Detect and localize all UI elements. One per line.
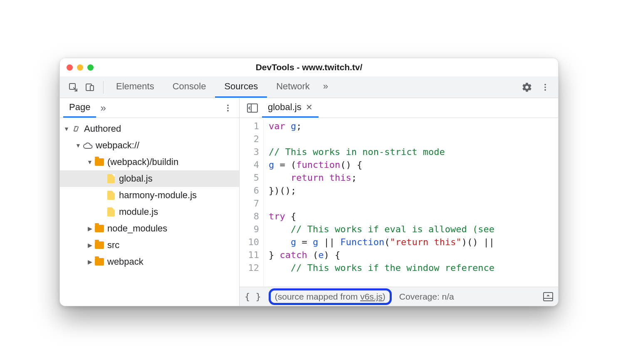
chevron-right-icon[interactable]: ▶ [87, 258, 93, 265]
navigator-tabs-overflow[interactable]: » [100, 102, 106, 114]
tree-file[interactable]: module.js [60, 204, 239, 220]
close-tab-icon[interactable]: ✕ [306, 102, 313, 112]
tree-folder[interactable]: ▶node_modules [60, 220, 239, 237]
tree-label: webpack [107, 256, 143, 267]
svg-point-7 [227, 107, 229, 109]
main-tab-sources[interactable]: Sources [215, 76, 267, 98]
navigator-tabs: Page » [60, 98, 239, 118]
pretty-print-icon[interactable]: { } [245, 291, 261, 302]
file-icon [106, 207, 116, 216]
code-icon [71, 124, 82, 133]
line-gutter: 123456789101112 [240, 118, 264, 287]
coverage-label: Coverage: n/a [399, 292, 454, 302]
tree-file[interactable]: harmony-module.js [60, 187, 239, 204]
tree-label: node_modules [107, 223, 167, 234]
svg-rect-11 [544, 293, 553, 301]
file-tab-global-js[interactable]: global.js ✕ [262, 98, 319, 118]
devtools-window: DevTools - www.twitch.tv/ ElementsConsol… [59, 58, 559, 306]
svg-rect-2 [90, 86, 94, 91]
cloud-icon [82, 141, 93, 150]
folder-icon [94, 158, 105, 166]
main-tab-console[interactable]: Console [163, 76, 215, 98]
zoom-window-button[interactable] [87, 64, 94, 71]
window-title: DevTools - www.twitch.tv/ [60, 62, 558, 72]
minimize-window-button[interactable] [77, 64, 83, 71]
close-window-button[interactable] [67, 64, 73, 71]
navigator-panel: Page » ▼Authored▼webpack://▼(webpack)/bu… [60, 98, 240, 306]
source-map-callout: (source mapped from v6s.js) [269, 288, 392, 305]
main-tab-elements[interactable]: Elements [107, 76, 163, 98]
tree-label: (webpack)/buildin [107, 157, 178, 167]
file-tree: ▼Authored▼webpack://▼(webpack)/buildingl… [60, 118, 239, 306]
navigator-tab-page[interactable]: Page [63, 98, 96, 118]
svg-point-8 [227, 110, 229, 111]
source-map-label: (source mapped from v6s.js) [275, 292, 386, 302]
file-icon [106, 174, 116, 183]
show-drawer-icon[interactable] [543, 292, 553, 301]
code-content: var g; // This works in non-strict modeg… [264, 118, 558, 287]
editor-statusbar: { } (source mapped from v6s.js) Coverage… [240, 287, 558, 306]
file-icon [106, 191, 116, 200]
svg-point-3 [544, 84, 546, 85]
tree-label: Authored [84, 123, 121, 134]
folder-icon [94, 225, 105, 232]
tree-label: webpack:// [96, 140, 139, 151]
tree-label: global.js [119, 173, 153, 184]
tree-label: module.js [119, 207, 158, 217]
tabs-overflow-button[interactable]: » [319, 76, 332, 98]
chevron-down-icon[interactable]: ▼ [63, 125, 70, 132]
tree-folder[interactable]: ▶webpack [60, 253, 239, 270]
separator [103, 81, 104, 93]
tree-folder[interactable]: ▼Authored [60, 121, 239, 137]
gear-icon[interactable] [522, 82, 532, 93]
file-tab-label: global.js [268, 102, 302, 113]
chevron-right-icon[interactable]: ▶ [87, 242, 93, 248]
svg-point-5 [544, 89, 546, 91]
chevron-right-icon[interactable]: ▶ [87, 225, 93, 232]
toggle-navigator-icon[interactable] [243, 103, 262, 113]
svg-point-4 [544, 86, 546, 88]
tree-label: src [107, 240, 119, 251]
main-tab-network[interactable]: Network [267, 76, 319, 98]
tree-folder[interactable]: ▼webpack:// [60, 137, 239, 154]
chevron-down-icon[interactable]: ▼ [87, 159, 93, 165]
tree-folder[interactable]: ▶src [60, 237, 239, 253]
traffic-lights [67, 64, 94, 71]
kebab-menu-icon[interactable] [541, 83, 550, 92]
code-editor[interactable]: 123456789101112 var g; // This works in … [240, 118, 558, 287]
tree-file[interactable]: global.js [60, 170, 239, 187]
editor-panel: global.js ✕ 123456789101112 var g; // Th… [240, 98, 558, 306]
main-tabs: ElementsConsoleSourcesNetwork » [60, 76, 558, 98]
editor-tabs: global.js ✕ [240, 98, 558, 118]
navigator-more-icon[interactable] [220, 103, 236, 113]
titlebar: DevTools - www.twitch.tv/ [60, 58, 558, 76]
chevron-down-icon[interactable]: ▼ [75, 142, 82, 149]
device-toolbar-icon[interactable] [85, 82, 95, 92]
folder-icon [94, 241, 105, 249]
svg-point-6 [227, 104, 229, 106]
source-map-link[interactable]: v6s.js [360, 292, 383, 301]
inspect-element-icon[interactable] [68, 82, 78, 92]
tree-folder[interactable]: ▼(webpack)/buildin [60, 154, 239, 170]
folder-icon [94, 258, 105, 266]
tree-label: harmony-module.js [119, 190, 197, 201]
